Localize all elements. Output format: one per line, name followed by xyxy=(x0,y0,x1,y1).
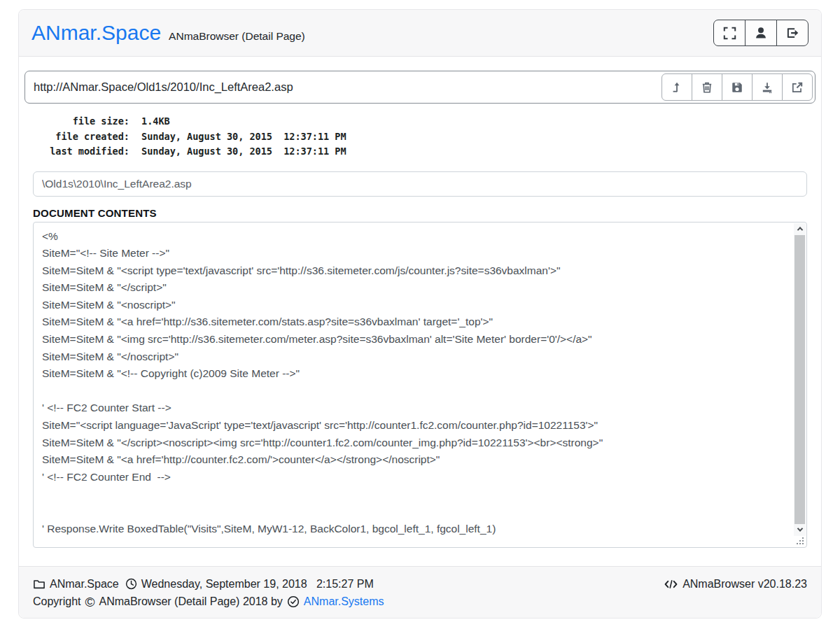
file-path-input[interactable] xyxy=(33,171,807,197)
copyright-icon: © xyxy=(85,595,94,609)
file-info-row: last modified: Sunday, August 30, 2015 1… xyxy=(33,144,807,160)
chevron-up-icon xyxy=(797,227,802,232)
save-icon xyxy=(731,81,743,94)
folder-icon xyxy=(33,578,46,591)
code-icon xyxy=(664,579,678,590)
scrollbar[interactable] xyxy=(794,223,806,536)
user-button[interactable] xyxy=(745,20,777,46)
header-button-group xyxy=(713,20,808,46)
file-created-value: Sunday, August 30, 2015 12:37:11 PM xyxy=(141,129,346,145)
clock-icon xyxy=(125,578,137,590)
save-button[interactable] xyxy=(722,73,752,101)
footer-line-1: ANmar.Space Wednesday, September 19, 201… xyxy=(33,575,807,593)
document-contents-box[interactable]: <% SiteM="<!-- Site Meter -->" SiteM=Sit… xyxy=(33,222,807,548)
external-link-icon xyxy=(791,81,804,94)
last-modified-label: last modified: xyxy=(33,144,130,160)
resize-grip[interactable] xyxy=(802,543,804,544)
document-contents-heading: DOCUMENT CONTENTS xyxy=(33,207,807,219)
delete-button[interactable] xyxy=(692,73,722,101)
scrollbar-thumb[interactable] xyxy=(794,235,805,524)
scroll-up-button[interactable] xyxy=(794,223,806,235)
file-info: file size: 1.4KB file created: Sunday, A… xyxy=(33,114,807,160)
brand-link[interactable]: ANmar.Space xyxy=(31,21,161,45)
file-info-row: file created: Sunday, August 30, 2015 12… xyxy=(33,129,807,145)
anmar-systems-link[interactable]: ANmar.Systems xyxy=(304,593,384,610)
level-up-button[interactable] xyxy=(662,73,692,101)
copyright-label: Copyright xyxy=(33,593,80,610)
sign-out-button[interactable] xyxy=(776,20,808,46)
footer-site: ANmar.Space xyxy=(50,575,119,593)
url-bar xyxy=(24,71,816,104)
check-circle-icon xyxy=(287,595,300,608)
file-size-value: 1.4KB xyxy=(141,114,170,129)
open-external-button[interactable] xyxy=(782,73,813,101)
file-info-row: file size: 1.4KB xyxy=(33,114,807,129)
fullscreen-button[interactable] xyxy=(713,20,746,46)
footer-datetime: Wednesday, September 19, 2018 2:15:27 PM xyxy=(141,575,374,593)
footer-version: ANmaBrowser v20.18.23 xyxy=(682,575,807,593)
url-input[interactable] xyxy=(25,80,662,94)
document-contents-text[interactable]: <% SiteM="<!-- Site Meter -->" SiteM=Sit… xyxy=(42,228,790,544)
copyright-body: ANmaBrowser (Detail Page) 2018 by xyxy=(99,593,282,610)
file-size-label: file size: xyxy=(33,114,130,129)
footer-line-2: Copyright © ANmaBrowser (Detail Page) 20… xyxy=(33,593,807,610)
page-title: ANmaBrowser (Detail Page) xyxy=(169,30,305,43)
download-icon xyxy=(761,81,774,94)
header: ANmar.Space ANmaBrowser (Detail Page) xyxy=(19,10,821,57)
last-modified-value: Sunday, August 30, 2015 12:37:11 PM xyxy=(141,144,346,160)
trash-icon xyxy=(701,81,713,94)
fullscreen-icon xyxy=(723,27,736,40)
chevron-down-icon xyxy=(797,525,802,531)
sign-out-icon xyxy=(785,26,799,40)
scrollbar-track[interactable] xyxy=(794,235,806,524)
user-icon xyxy=(754,26,768,40)
scroll-down-button[interactable] xyxy=(794,524,806,536)
download-button[interactable] xyxy=(752,73,783,101)
footer: ANmar.Space Wednesday, September 19, 201… xyxy=(19,566,821,618)
app-window: ANmar.Space ANmaBrowser (Detail Page) xyxy=(18,9,822,619)
level-up-icon xyxy=(671,81,683,94)
footer-version-group: ANmaBrowser v20.18.23 xyxy=(664,575,807,593)
url-action-group xyxy=(662,73,813,101)
file-created-label: file created: xyxy=(33,129,130,145)
brand-group: ANmar.Space ANmaBrowser (Detail Page) xyxy=(31,21,305,45)
